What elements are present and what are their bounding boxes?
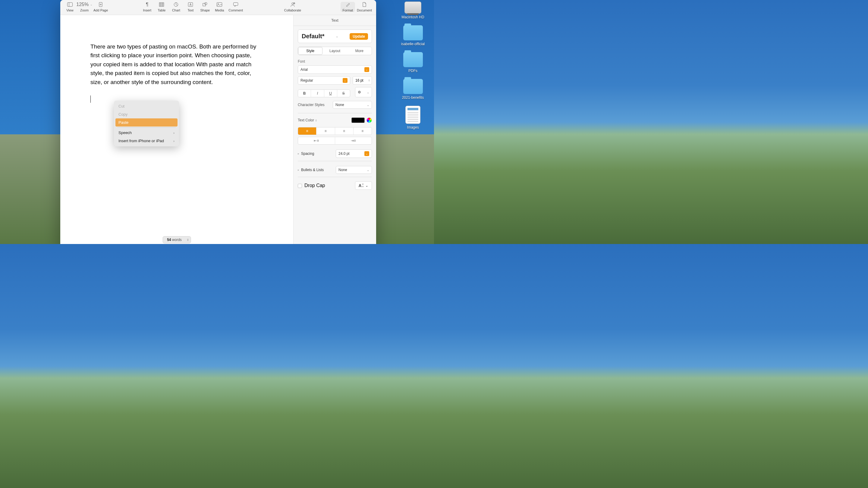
hard-drive-icon <box>404 1 421 13</box>
chart-button[interactable]: Chart <box>169 2 183 12</box>
collaborate-button[interactable]: Collaborate <box>282 2 303 12</box>
font-weight-value: Regular <box>301 78 313 83</box>
svg-rect-0 <box>67 3 73 7</box>
align-left-button[interactable]: ≡ <box>298 127 316 135</box>
character-styles-select[interactable]: None ⌄ <box>333 101 372 109</box>
toolbar-label: Text <box>187 8 193 12</box>
context-insert-device[interactable]: Insert from iPhone or iPad › <box>116 137 178 145</box>
context-insert-device-label: Insert from iPhone or iPad <box>119 138 164 143</box>
font-size-value: 16 pt <box>355 78 364 83</box>
dropcap-checkbox-label[interactable]: Drop Cap <box>298 183 325 188</box>
svg-rect-5 <box>159 3 164 7</box>
context-speech-label: Speech <box>119 130 132 135</box>
font-family-select[interactable]: Arial ⌄ <box>298 65 372 74</box>
toolbar-label: Zoom <box>80 8 89 12</box>
paragraph-style-picker[interactable]: Default* ⌄ Update <box>298 30 372 43</box>
add-page-icon <box>98 2 104 7</box>
desktop-icon-folder[interactable]: isabelle-official <box>395 25 431 46</box>
align-right-button[interactable]: ≡ <box>335 127 353 135</box>
word-count-pill[interactable]: 54 words ⇳ <box>162 236 191 243</box>
shape-button[interactable]: Shape <box>198 2 212 12</box>
desktop-icon-label: 2021-benefits <box>395 96 431 100</box>
chevron-down-icon: ⌄ <box>367 103 369 107</box>
document-button[interactable]: Document <box>355 2 374 12</box>
disclosure-triangle-icon[interactable]: ▸ <box>298 152 299 155</box>
desktop-icon-label: Macintosh HD <box>395 15 431 19</box>
bullets-select[interactable]: None ⌄ <box>336 166 372 174</box>
toolbar-label: View <box>66 8 73 12</box>
toolbar-label: Chart <box>172 8 180 12</box>
text-color-swatch[interactable] <box>351 118 365 123</box>
insert-button[interactable]: ¶ Insert <box>140 2 154 12</box>
subtab-more[interactable]: More <box>347 47 372 55</box>
comment-button[interactable]: Comment <box>227 2 245 12</box>
text-button[interactable]: A Text <box>183 2 198 12</box>
dropcap-checkbox[interactable] <box>298 184 302 188</box>
select-arrow-icon: ⌄ <box>364 151 369 156</box>
advanced-font-button[interactable]: ⚙ ⌄ <box>355 87 372 97</box>
toolbar-label: Comment <box>228 8 243 12</box>
view-button[interactable]: View <box>63 2 77 12</box>
chart-icon <box>173 2 179 7</box>
inspector-subtabs: Style Layout More <box>298 47 372 55</box>
spacing-select[interactable]: 24.0 pt ⌄ <box>336 150 372 158</box>
stepper-icon[interactable]: ⇳ <box>368 79 370 82</box>
zoom-button[interactable]: 125% ⌄ Zoom <box>77 2 92 12</box>
textbox-icon: A <box>187 2 193 7</box>
desktop-icons-column: Macintosh HD isabelle-official PDFs 2021… <box>395 1 431 135</box>
text-style-group: B I U S <box>298 90 350 97</box>
svg-point-14 <box>205 2 207 5</box>
bold-button[interactable]: B <box>298 90 311 97</box>
indent-button[interactable]: ⇥≡ <box>335 137 372 144</box>
color-wheel-button[interactable] <box>367 118 372 123</box>
spacing-value: 24.0 pt <box>338 152 350 156</box>
dropcap-preview-icon: A <box>359 183 362 188</box>
add-page-button[interactable]: Add Page <box>92 2 110 12</box>
pages-window: View 125% ⌄ Zoom Add Page ¶ Insert Table <box>60 0 376 244</box>
subtab-style[interactable]: Style <box>298 47 322 55</box>
chevron-down-icon: ⌄ <box>365 184 368 188</box>
comment-icon <box>233 2 239 7</box>
chevron-right-icon: › <box>173 139 175 143</box>
desktop-icon-folder[interactable]: 2021-benefits <box>395 79 431 100</box>
chevron-down-icon: ⌄ <box>336 35 338 38</box>
format-button[interactable]: Format <box>341 2 355 12</box>
font-size-input[interactable]: 16 pt ⇳ <box>352 76 372 85</box>
svg-rect-17 <box>234 3 238 6</box>
chevron-down-icon: ⌄ <box>367 168 369 172</box>
toolbar-label: Table <box>158 8 165 12</box>
context-speech[interactable]: Speech › <box>116 129 178 137</box>
inspector-tab-text[interactable]: Text <box>293 15 376 26</box>
context-paste[interactable]: Paste <box>116 119 178 127</box>
toolbar: View 125% ⌄ Zoom Add Page ¶ Insert Table <box>60 0 376 15</box>
strikethrough-button[interactable]: S <box>337 90 350 97</box>
font-weight-select[interactable]: Regular ⌄ <box>298 76 350 85</box>
dropcap-label: Drop Cap <box>304 183 325 188</box>
svg-text:A: A <box>190 3 192 6</box>
update-style-button[interactable]: Update <box>350 33 368 40</box>
toolbar-label: Collaborate <box>284 8 301 12</box>
chevron-right-icon: › <box>173 131 175 135</box>
context-menu: Cut Copy Paste Speech › Insert from iPho… <box>114 101 179 147</box>
disclosure-triangle-icon[interactable]: ▸ <box>298 168 299 171</box>
desktop-icon-image[interactable]: Images <box>395 106 431 130</box>
subtab-layout[interactable]: Layout <box>322 47 347 55</box>
folder-icon <box>403 52 423 67</box>
text-cursor <box>90 96 91 103</box>
desktop-icon-folder[interactable]: PDFs <box>395 52 431 73</box>
desktop-icon-hd[interactable]: Macintosh HD <box>395 1 431 19</box>
format-inspector: Text Default* ⌄ Update Style Layout More… <box>293 15 376 244</box>
stepper-icon[interactable]: ⇳ <box>187 238 189 241</box>
table-button[interactable]: Table <box>154 2 169 12</box>
folder-icon <box>403 25 423 40</box>
dropcap-style-select[interactable]: A≡≡ ⌄ <box>355 181 372 190</box>
underline-button[interactable]: U <box>324 90 337 97</box>
character-styles-label: Character Styles <box>298 103 324 107</box>
document-body-text[interactable]: There are two types of pasting on macOS.… <box>90 42 263 87</box>
media-button[interactable]: Media <box>212 2 227 12</box>
spacing-label: Spacing <box>301 152 334 156</box>
italic-button[interactable]: I <box>311 90 324 97</box>
align-center-button[interactable]: ≡ <box>316 127 335 135</box>
align-justify-button[interactable]: ≡ <box>353 127 372 135</box>
outdent-button[interactable]: ⇤≡ <box>298 137 335 144</box>
